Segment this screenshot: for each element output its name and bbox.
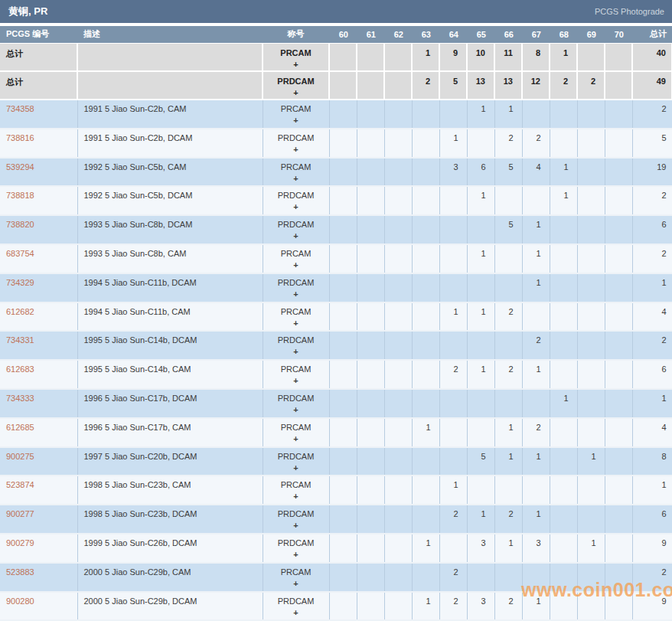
grade-cell-70 [605,534,632,563]
grade-cell-67: 1 [522,592,550,621]
total-cell: 40 [632,43,672,71]
grade-cell-64 [439,389,467,418]
total-cell: 4 [632,302,672,332]
grade-cell-64: 5 [439,71,467,100]
grade-cell-62 [384,534,412,563]
pcgs-number-link[interactable]: 900279 [6,538,34,547]
designation-name: PRDCAM [263,451,329,462]
grade-cell-62 [384,331,412,360]
grade-cell-68 [550,360,577,389]
grade-cell-67: 1 [522,447,550,476]
pcgs-number-link[interactable]: 738820 [6,220,34,229]
grade-cell-63 [412,100,439,129]
grade-cell-60 [329,100,357,129]
designation-cell: PRCAM + [263,563,329,592]
grade-cell-62 [384,418,412,447]
pcgs-number-link[interactable]: 523874 [6,480,34,489]
designation-name: PRDCAM [263,596,329,607]
grade-cell-64 [439,100,467,129]
coin-description: 1995 5 Jiao Sun-C14b, CAM [77,360,263,389]
grade-cell-63 [412,215,439,244]
pcgs-number-link[interactable]: 683754 [6,249,34,258]
pcgs-number-link[interactable]: 612682 [6,307,34,316]
grade-cell-69 [577,302,605,332]
pcgs-number-link[interactable]: 734333 [6,394,34,403]
summary-row: 总计 PRDCAM + 251313122249 [0,71,672,100]
grade-cell-69 [577,418,605,447]
grade-cell-70 [605,302,632,332]
grade-cell-61 [357,476,384,505]
table-row: 738818 1992 5 Jiao Sun-C5b, DCAM PRDCAM … [0,186,672,215]
grade-cell-62 [384,71,412,100]
grade-cell-63 [412,273,439,302]
grade-cell-68 [550,273,577,302]
grade-cell-64 [439,331,467,360]
grade-cell-65: 3 [467,534,494,563]
grade-cell-69 [577,186,605,215]
grade-cell-70 [605,331,632,360]
grade-cell-65 [467,476,494,505]
grade-cell-70 [605,71,632,100]
grade-cell-70 [605,244,632,273]
total-cell: 9 [632,592,672,621]
grade-cell-68 [550,592,577,621]
pcgs-number-link[interactable]: 734358 [6,104,34,113]
grade-cell-68 [550,129,577,158]
designation-cell: PRDCAM + [263,534,329,563]
total-cell: 2 [632,331,672,360]
grade-cell-67: 1 [522,215,550,244]
grade-cell-66: 2 [494,505,522,534]
designation-name: PRCAM [263,248,329,260]
grade-cell-60 [329,505,357,534]
grade-cell-69 [577,43,605,71]
coin-description: 1993 5 Jiao Sun-C8b, DCAM [77,215,263,244]
grade-cell-62 [384,43,412,71]
pcgs-number-link[interactable]: 523883 [6,567,34,577]
grade-cell-62 [384,100,412,129]
grade-cell-60 [329,129,357,158]
table-row: 900280 2000 5 Jiao Sun-C29b, DCAM PRDCAM… [0,592,672,621]
page-title: 黄铜, PR [8,5,47,18]
pcgs-number-link[interactable]: 539294 [6,162,34,172]
grade-cell-66: 5 [494,158,522,187]
pcgs-number-link[interactable]: 734329 [6,278,34,287]
total-cell: 5 [632,129,672,158]
column-header-grade-66: 66 [494,26,522,43]
grade-cell-61 [357,592,384,621]
summary-label: 总计 [0,43,77,71]
designation-plus: + [263,144,329,155]
total-cell: 8 [632,447,672,476]
photograde-link[interactable]: PCGS Photograde [595,7,664,16]
pcgs-number-link[interactable]: 900280 [6,596,34,606]
designation-plus: + [263,201,329,213]
pcgs-number-link[interactable]: 738816 [6,133,34,142]
pcgs-number-link[interactable]: 612685 [6,423,34,432]
pcgs-number-link[interactable]: 738818 [6,191,34,200]
coin-description: 1999 5 Jiao Sun-C26b, DCAM [77,534,263,563]
coin-description: 2000 5 Jiao Sun-C29b, DCAM [77,592,263,621]
population-report: 黄铜, PR PCGS Photograde PCGS 编号 描述 称号 60 … [0,0,672,621]
grade-cell-61 [357,273,384,302]
grade-cell-61 [357,563,384,592]
grade-cell-67: 1 [522,360,550,389]
grade-cell-61 [357,43,384,71]
designation-name: PRDCAM [263,219,329,230]
pcgs-number-link[interactable]: 612683 [6,364,34,374]
grade-cell-69 [577,215,605,244]
table-row: 539294 1992 5 Jiao Sun-C5b, CAM PRCAM + … [0,158,672,187]
designation-plus: + [263,462,329,474]
designation-name: PRDCAM [263,393,329,404]
designation-cell: PRDCAM + [263,505,329,534]
coin-description: 1992 5 Jiao Sun-C5b, CAM [77,158,263,187]
grade-cell-62 [384,476,412,505]
column-header-grade-65: 65 [467,26,494,43]
grade-cell-65: 1 [467,186,494,215]
coin-description: 1995 5 Jiao Sun-C14b, DCAM [77,331,263,360]
pcgs-number-link[interactable]: 900275 [6,452,34,461]
grade-cell-63 [412,158,439,187]
grade-cell-69 [577,331,605,360]
pcgs-number-link[interactable]: 900277 [6,509,34,518]
grade-cell-69: 1 [577,447,605,476]
designation-plus: + [263,433,329,445]
pcgs-number-link[interactable]: 734331 [6,335,34,345]
